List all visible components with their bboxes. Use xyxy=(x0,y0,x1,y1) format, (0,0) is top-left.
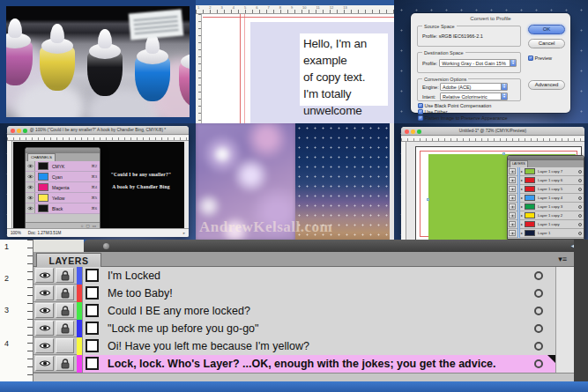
layer-row-im-locked[interactable]: I'm Locked xyxy=(33,267,555,285)
visibility-toggle[interactable] xyxy=(509,221,516,227)
visibility-toggle[interactable] xyxy=(509,195,516,201)
channel-row-cmyk[interactable]: CMYK ⌘2 xyxy=(26,161,100,172)
channel-row-cyan[interactable]: Cyan ⌘3 xyxy=(26,172,100,182)
lock-toggle[interactable] xyxy=(56,321,74,336)
visibility-toggle[interactable] xyxy=(509,177,516,183)
visibility-toggle[interactable] xyxy=(35,321,54,336)
mini-layer-row[interactable]: ▸ Layer 1 copy 2 xyxy=(508,211,584,220)
visibility-toggle[interactable] xyxy=(26,172,35,181)
selection-handle[interactable] xyxy=(502,152,505,155)
visibility-toggle[interactable] xyxy=(509,203,516,210)
engine-dropdown[interactable]: Adobe (ACE) ▲▼ xyxy=(440,83,508,91)
layer-row-body[interactable]: Lock, lock. Who's Layer? ...OK, enough w… xyxy=(82,355,555,373)
target-circle[interactable] xyxy=(578,205,582,209)
lock-toggle[interactable] xyxy=(56,303,74,318)
target-circle[interactable] xyxy=(534,324,543,333)
layer-row-me-too-baby[interactable]: Me too Baby! xyxy=(33,285,555,302)
target-circle[interactable] xyxy=(534,289,543,298)
use-dither-checkbox[interactable]: ✓ Use Dither xyxy=(418,109,447,115)
cancel-button[interactable]: Cancel xyxy=(528,39,565,48)
lock-toggle[interactable] xyxy=(56,268,74,283)
layer-row-body[interactable]: Me too Baby! xyxy=(82,285,555,302)
layer-row-any-more-locked[interactable]: Could I BE any more locked? xyxy=(33,302,555,320)
layer-row-body[interactable]: Could I BE any more locked? xyxy=(82,302,555,320)
advanced-button[interactable]: Advanced xyxy=(528,80,565,90)
target-circle[interactable] xyxy=(578,214,582,218)
target-circle[interactable] xyxy=(578,223,582,226)
layer-row-yellow[interactable]: Oi! Have you left me because I'm yellow? xyxy=(33,337,555,355)
expand-triangle-icon[interactable]: ▸ xyxy=(521,187,523,191)
visibility-toggle[interactable] xyxy=(35,285,54,300)
layer-row-body[interactable]: Oi! Have you left me because I'm yellow? xyxy=(82,337,555,355)
target-circle[interactable] xyxy=(534,271,543,280)
visibility-toggle[interactable] xyxy=(35,303,54,318)
panel-menu-icon[interactable]: ▾≡ xyxy=(558,255,567,263)
visibility-toggle[interactable] xyxy=(509,230,516,236)
scroll-arrow-icon[interactable]: ▸ xyxy=(183,231,185,235)
zoom-level[interactable]: 100% xyxy=(11,231,21,235)
lock-toggle-empty[interactable] xyxy=(56,338,74,353)
indesign-layers-screenshot: Untitled-1* @ 72% (CMYK/Preview) LAYERS … xyxy=(394,123,588,240)
visibility-toggle[interactable] xyxy=(509,186,516,192)
target-circle[interactable] xyxy=(578,188,582,191)
black-point-checkbox[interactable]: ✓ Use Black Point Compensation xyxy=(418,103,491,108)
layer-row-lock-me-up[interactable]: "Lock me up before you go-go" xyxy=(33,320,555,337)
mini-layer-row[interactable]: ▸ Layer 1 copy 6 xyxy=(508,176,584,185)
ok-button[interactable]: OK xyxy=(528,25,565,34)
preview-checkbox[interactable]: ✓ Preview xyxy=(528,55,552,61)
target-circle[interactable] xyxy=(578,232,582,235)
ruler-ticks xyxy=(27,240,33,381)
lock-toggle[interactable] xyxy=(56,356,74,371)
eye-icon xyxy=(27,174,33,179)
visibility-toggle[interactable] xyxy=(35,268,54,283)
channels-tab[interactable]: CHANNELS xyxy=(27,153,56,161)
channel-row-yellow[interactable]: Yellow ⌘5 xyxy=(26,193,100,203)
visibility-toggle[interactable] xyxy=(509,168,516,174)
visibility-toggle[interactable] xyxy=(26,161,35,171)
visibility-toggle[interactable] xyxy=(26,193,35,203)
expand-triangle-icon[interactable]: ▸ xyxy=(521,169,523,174)
indesign-window: Untitled-1* @ 72% (CMYK/Preview) LAYERS … xyxy=(401,127,584,240)
target-circle[interactable] xyxy=(534,359,543,368)
target-circle[interactable] xyxy=(534,342,543,351)
visibility-toggle[interactable] xyxy=(509,212,516,218)
mini-layer-row[interactable]: ▸ Layer 1 copy 7 xyxy=(508,167,584,176)
layer-row-selected[interactable]: Lock, lock. Who's Layer? ...OK, enough w… xyxy=(33,355,555,373)
channel-row-black[interactable]: Black ⌘6 xyxy=(26,203,100,214)
channel-row-magenta[interactable]: Magenta ⌘4 xyxy=(26,182,100,193)
layers-tab[interactable]: LAYERS xyxy=(36,253,101,267)
visibility-toggle[interactable] xyxy=(35,356,54,371)
expand-triangle-icon[interactable]: ▸ xyxy=(521,196,523,200)
target-circle[interactable] xyxy=(578,196,582,200)
dropdown-stepper-icon: ▲▼ xyxy=(501,84,507,90)
visibility-toggle[interactable] xyxy=(35,338,54,353)
expand-triangle-icon[interactable]: ▸ xyxy=(521,178,523,182)
mini-layer-row[interactable]: ▸ Layer 1 copy 4 xyxy=(508,194,584,203)
panel-scroll-gutter[interactable] xyxy=(555,267,574,373)
channel-shortcut: ⌘2 xyxy=(91,164,97,168)
flatten-checkbox[interactable]: ✓ Flatten Image to Preserve Appearance xyxy=(418,115,508,121)
mini-layer-row[interactable]: ▸ Layer 1 xyxy=(508,229,584,238)
lock-toggle[interactable] xyxy=(56,285,74,300)
mini-layer-row[interactable]: ▸ Layer 1 copy xyxy=(508,220,584,229)
expand-triangle-icon[interactable]: ▸ xyxy=(521,204,523,209)
intent-dropdown[interactable]: Relative Colorimetric ▲▼ xyxy=(440,92,508,100)
expand-triangle-icon[interactable]: ▸ xyxy=(521,231,523,235)
expand-triangle-icon[interactable]: ▸ xyxy=(521,222,523,226)
target-circle[interactable] xyxy=(534,307,543,315)
window-titlebar[interactable]: Untitled-1* @ 72% (CMYK/Preview) xyxy=(401,127,584,136)
copy-text-page: 12345678910111213 Hello, I'm an example … xyxy=(196,0,394,123)
layer-row-body[interactable]: I'm Locked xyxy=(82,267,555,285)
panel-header-bar[interactable]: ◀◀ xyxy=(84,240,588,252)
destination-profile-dropdown[interactable]: Working Gray - Dot Gain 15% ▲▼ xyxy=(439,59,517,67)
visibility-toggle[interactable] xyxy=(26,182,35,192)
window-titlebar[interactable]: @ 100% ("Could I be any smaller?" A book… xyxy=(7,126,189,135)
selection-handle[interactable] xyxy=(427,198,429,201)
expand-triangle-icon[interactable]: ▸ xyxy=(521,213,523,218)
target-circle[interactable] xyxy=(578,170,582,174)
visibility-toggle[interactable] xyxy=(26,203,35,213)
mini-layer-row[interactable]: ▸ Layer 1 copy 3 xyxy=(508,203,584,211)
target-circle[interactable] xyxy=(578,179,582,182)
mini-layer-row[interactable]: ▸ Layer 1 copy 5 xyxy=(508,185,584,194)
layer-row-body[interactable]: "Lock me up before you go-go" xyxy=(82,320,555,337)
